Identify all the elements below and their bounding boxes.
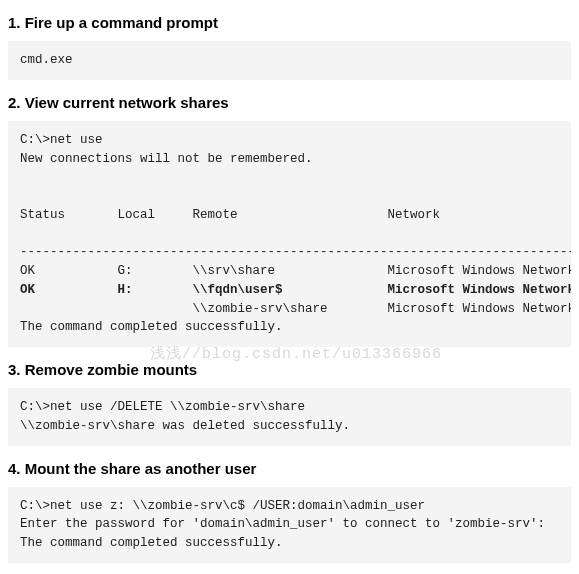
step-heading-2: 2. View current network shares <box>8 94 571 111</box>
step-heading-4: 4. Mount the share as another user <box>8 460 571 477</box>
code-block-2: C:\>net use New connections will not be … <box>8 121 571 347</box>
bold-share-row: OK H: \\fqdn\user$ Microsoft Windows Net… <box>20 283 571 297</box>
code-block-4: C:\>net use z: \\zombie-srv\c$ /USER:dom… <box>8 487 571 563</box>
article-content: 1. Fire up a command promptcmd.exe2. Vie… <box>8 14 571 574</box>
step-heading-1: 1. Fire up a command prompt <box>8 14 571 31</box>
code-block-3: C:\>net use /DELETE \\zombie-srv\share \… <box>8 388 571 446</box>
step-heading-3: 3. Remove zombie mounts <box>8 361 571 378</box>
code-block-1: cmd.exe <box>8 41 571 80</box>
